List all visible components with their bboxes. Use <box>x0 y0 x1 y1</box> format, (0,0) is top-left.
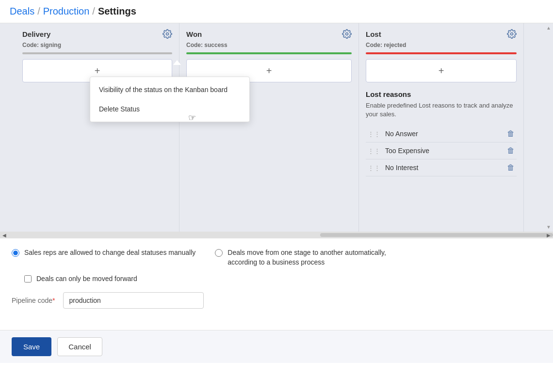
lost-reason-label-0: No Answer <box>385 130 502 138</box>
lost-add-button[interactable]: + <box>366 59 517 82</box>
column-header-delivery: Delivery <box>22 29 172 39</box>
won-settings-icon[interactable] <box>342 29 352 39</box>
radio-manual[interactable] <box>12 249 19 257</box>
lost-reason-label-2: No Interest <box>385 164 502 172</box>
lost-reasons-description: Enable predefined Lost reasons to track … <box>366 101 517 119</box>
breadcrumb-production[interactable]: Production <box>43 6 90 17</box>
delete-lost-reason-2[interactable]: 🗑 <box>507 163 515 172</box>
delete-lost-reason-1[interactable]: 🗑 <box>507 146 515 155</box>
delivery-settings-icon[interactable] <box>163 29 172 39</box>
checkbox-row-forward: Deals can only be moved forward <box>24 275 541 282</box>
dropdown-item-visibility[interactable]: Visibility of the status on the Kanban b… <box>90 80 249 99</box>
won-title: Won <box>186 30 202 38</box>
column-header-won: Won <box>186 29 352 39</box>
pipeline-code-row: Pipeline code* <box>12 292 541 309</box>
kanban-column-lost: Lost Code: rejected + Lost reasons Enabl… <box>359 23 524 232</box>
kanban-column-delivery: Delivery Code: signing + <box>0 23 179 232</box>
context-dropdown-menu: Visibility of the status on the Kanban b… <box>90 77 250 122</box>
cancel-button[interactable]: Cancel <box>57 337 102 356</box>
delivery-code: Code: signing <box>22 42 172 48</box>
lost-progress <box>366 52 517 54</box>
breadcrumb-deals[interactable]: Deals <box>10 6 34 17</box>
drag-handle-0[interactable]: ⋮⋮ <box>368 130 380 138</box>
svg-point-2 <box>511 33 513 35</box>
lost-reason-item-2: ⋮⋮ No Interest 🗑 <box>366 159 517 176</box>
lost-reason-item-0: ⋮⋮ No Answer 🗑 <box>366 125 517 142</box>
breadcrumb-sep1: / <box>37 6 40 17</box>
column-header-lost: Lost <box>366 29 517 39</box>
dropdown-item-delete[interactable]: Delete Status <box>90 99 249 119</box>
svg-point-0 <box>166 33 169 35</box>
radio-option-auto: Deals move from one stage to another aut… <box>215 248 412 267</box>
lost-reasons-section: Lost reasons Enable predefined Lost reas… <box>366 90 517 176</box>
delivery-progress <box>22 52 172 54</box>
lost-reasons-title: Lost reasons <box>366 90 517 98</box>
pipeline-code-label: Pipeline code* <box>12 297 55 304</box>
checkbox-forward-label: Deals can only be moved forward <box>36 275 137 282</box>
footer-buttons: Save Cancel <box>0 330 553 363</box>
breadcrumb: Deals / Production / Settings <box>0 0 553 23</box>
breadcrumb-sep2: / <box>92 6 95 17</box>
lost-settings-icon[interactable] <box>507 29 517 39</box>
delivery-title: Delivery <box>22 30 50 38</box>
lost-code: Code: rejected <box>366 42 517 48</box>
kanban-column-won: Won Code: success + <box>179 23 359 232</box>
breadcrumb-settings: Settings <box>98 6 136 17</box>
pipeline-code-input[interactable] <box>63 292 204 309</box>
dropdown-pointer <box>173 60 181 65</box>
won-progress <box>186 52 352 54</box>
radio-option-manual: Sales reps are allowed to change deal st… <box>12 248 195 267</box>
lost-title: Lost <box>366 30 381 38</box>
bottom-settings-section: Sales reps are allowed to change deal st… <box>0 238 553 330</box>
lost-reason-item-1: ⋮⋮ Too Expensive 🗑 <box>366 142 517 159</box>
won-code: Code: success <box>186 42 352 48</box>
drag-handle-2[interactable]: ⋮⋮ <box>368 164 380 172</box>
scrollbar-track[interactable] <box>320 233 553 237</box>
radio-manual-label: Sales reps are allowed to change deal st… <box>24 248 195 258</box>
save-button[interactable]: Save <box>12 337 51 356</box>
kanban-board: + Delivery Code: signing + Won Code: suc… <box>0 23 553 232</box>
delete-lost-reason-0[interactable]: 🗑 <box>507 129 515 138</box>
lost-reason-label-1: Too Expensive <box>385 147 502 155</box>
radio-options-group: Sales reps are allowed to change deal st… <box>12 248 541 267</box>
radio-auto[interactable] <box>215 249 223 257</box>
svg-point-1 <box>346 33 348 35</box>
drag-handle-1[interactable]: ⋮⋮ <box>368 147 380 155</box>
radio-auto-label: Deals move from one stage to another aut… <box>228 248 412 267</box>
checkbox-forward-only[interactable] <box>24 275 32 282</box>
horizontal-scrollbar[interactable]: ◀ ▶ <box>0 232 553 238</box>
